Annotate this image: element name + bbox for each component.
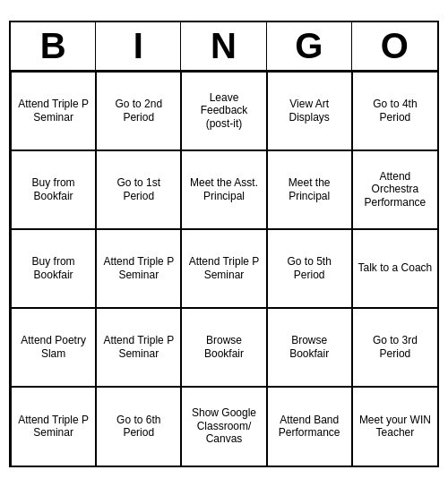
bingo-cell-6: Go to 1st Period <box>96 150 181 229</box>
bingo-cell-5: Buy from Bookfair <box>11 150 96 229</box>
bingo-cell-12: Attend Triple P Seminar <box>181 229 266 308</box>
bingo-cell-14: Talk to a Coach <box>352 229 437 308</box>
bingo-cell-16: Attend Triple P Seminar <box>96 308 181 387</box>
bingo-cell-4: Go to 4th Period <box>352 72 437 150</box>
bingo-header: BINGO <box>11 22 437 72</box>
bingo-cell-20: Attend Triple P Seminar <box>11 387 96 466</box>
bingo-cell-0: Attend Triple P Seminar <box>11 72 96 150</box>
bingo-cell-17: Browse Bookfair <box>181 308 266 387</box>
header-letter-i: I <box>96 22 181 70</box>
bingo-cell-24: Meet your WIN Teacher <box>352 387 437 466</box>
bingo-cell-9: Attend Orchestra Performance <box>352 150 437 229</box>
header-letter-n: N <box>181 22 266 70</box>
header-letter-b: B <box>11 22 96 70</box>
bingo-cell-19: Go to 3rd Period <box>352 308 437 387</box>
bingo-cell-8: Meet the Principal <box>267 150 352 229</box>
bingo-cell-11: Attend Triple P Seminar <box>96 229 181 308</box>
bingo-card: BINGO Attend Triple P SeminarGo to 2nd P… <box>9 21 439 467</box>
bingo-cell-21: Go to 6th Period <box>96 387 181 466</box>
bingo-cell-2: Leave Feedback (post-it) <box>181 72 266 150</box>
header-letter-g: G <box>267 22 352 70</box>
bingo-cell-18: Browse Bookfair <box>267 308 352 387</box>
bingo-cell-7: Meet the Asst. Principal <box>181 150 266 229</box>
bingo-cell-15: Attend Poetry Slam <box>11 308 96 387</box>
bingo-cell-10: Buy from Bookfair <box>11 229 96 308</box>
bingo-grid: Attend Triple P SeminarGo to 2nd PeriodL… <box>11 72 437 466</box>
bingo-cell-1: Go to 2nd Period <box>96 72 181 150</box>
bingo-cell-22: Show Google Classroom/ Canvas <box>181 387 266 466</box>
header-letter-o: O <box>352 22 437 70</box>
bingo-cell-3: View Art Displays <box>267 72 352 150</box>
bingo-cell-23: Attend Band Performance <box>267 387 352 466</box>
bingo-cell-13: Go to 5th Period <box>267 229 352 308</box>
